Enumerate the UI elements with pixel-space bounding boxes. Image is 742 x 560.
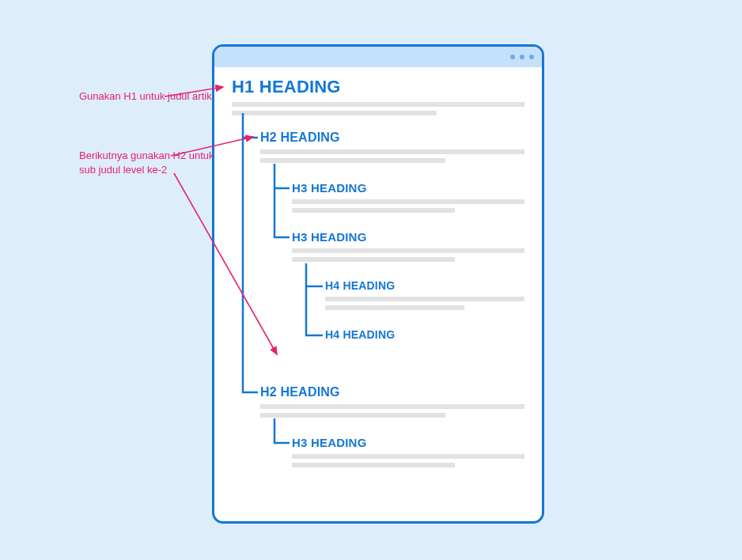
document-content: H1 HEADING H2 HEADING H3 HEADING H3 HE: [214, 67, 542, 521]
placeholder-lines: [292, 199, 524, 213]
h4-block-b: H4 HEADING: [325, 328, 524, 341]
placeholder-line: [232, 102, 524, 107]
placeholder-lines: [292, 248, 524, 262]
placeholder-line: [260, 158, 445, 163]
placeholder-line: [292, 208, 455, 213]
h2-heading: H2 HEADING: [260, 385, 524, 399]
placeholder-lines: [325, 297, 524, 310]
h3-block-b: H3 HEADING: [292, 230, 524, 266]
placeholder-line: [292, 199, 524, 204]
browser-bar: [214, 47, 542, 67]
annotation-h2: Berikutnya gunakan H2 untuk sub judul le…: [79, 149, 221, 176]
h4-heading: H4 HEADING: [325, 328, 524, 341]
h3-heading: H3 HEADING: [292, 436, 524, 449]
h4-heading: H4 HEADING: [325, 279, 524, 292]
placeholder-lines: [260, 149, 524, 163]
h3-block-c: H3 HEADING: [292, 436, 524, 471]
placeholder-lines: [292, 454, 524, 467]
browser-frame: H1 HEADING H2 HEADING H3 HEADING H3 HE: [212, 44, 544, 524]
placeholder-line: [292, 454, 524, 459]
h3-heading: H3 HEADING: [292, 230, 524, 244]
annotation-h2-text: Berikutnya gunakan H2 untuk sub judul le…: [79, 149, 214, 176]
placeholder-lines: [232, 102, 524, 115]
placeholder-line: [260, 413, 445, 418]
window-dot: [520, 55, 524, 59]
h4-block-a: H4 HEADING: [325, 279, 524, 314]
window-dot: [529, 55, 534, 59]
h1-heading: H1 HEADING: [232, 77, 524, 97]
h2-block-a: H2 HEADING: [260, 131, 524, 167]
window-dot: [510, 55, 515, 59]
placeholder-line: [292, 463, 455, 467]
placeholder-line: [292, 248, 524, 253]
h3-heading: H3 HEADING: [292, 181, 524, 195]
placeholder-lines: [260, 404, 524, 418]
annotation-h1: Gunakan H1 untuk judul artikel: [79, 89, 220, 104]
h3-block-a: H3 HEADING: [292, 181, 524, 217]
h2-heading: H2 HEADING: [260, 131, 524, 145]
placeholder-line: [292, 257, 455, 262]
placeholder-line: [325, 297, 524, 301]
placeholder-line: [232, 111, 437, 115]
placeholder-line: [325, 305, 464, 310]
h2-block-b: H2 HEADING: [260, 385, 524, 422]
h1-block: H1 HEADING: [232, 77, 524, 119]
annotation-h1-text: Gunakan H1 untuk judul artikel: [79, 90, 220, 102]
placeholder-line: [260, 149, 524, 154]
placeholder-line: [260, 404, 524, 409]
